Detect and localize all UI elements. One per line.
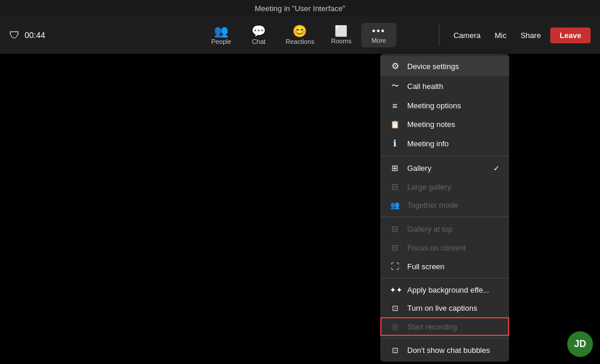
people-button[interactable]: 👥 People [204,22,239,49]
menu-item-gallery-at-top: ⊟ Gallery at top [380,219,509,238]
background-effects-label: Apply background effe... [407,286,500,294]
meeting-main-area [0,54,600,364]
toolbar: 🛡 00:44 👥 People 💬 Chat 😊 Reactions ⬜ Ro… [0,16,600,54]
leave-label: Leave [560,31,581,40]
meeting-info-label: Meeting info [407,139,500,148]
title-bar: Meeting in "User Interface" [0,0,600,16]
call-health-icon: 〜 [390,81,400,91]
chat-label: Chat [252,38,265,45]
more-label: More [371,37,386,44]
meeting-options-icon: ≡ [390,101,400,111]
start-recording-icon: ◎ [390,322,400,331]
menu-item-focus-on-content: ⊟ Focus on content [380,238,509,257]
toolbar-right: Camera Mic Share Leave [434,25,600,46]
menu-item-meeting-options[interactable]: ≡ Meeting options [380,96,509,115]
leave-button[interactable]: Leave [550,28,591,43]
menu-item-meeting-info[interactable]: ℹ Meeting info [380,133,509,153]
toolbar-center: 👥 People 💬 Chat 😊 Reactions ⬜ Rooms ••• … [204,22,397,49]
toolbar-divider [439,25,439,46]
live-captions-label: Turn on live captions [407,304,500,313]
device-settings-label: Device settings [407,62,500,71]
separator-4 [380,338,509,339]
menu-item-background-effects[interactable]: ✦✦ Apply background effe... [380,281,509,299]
gallery-icon: ⊞ [390,163,400,173]
call-health-label: Call health [407,82,500,91]
chat-icon: 💬 [251,25,266,37]
more-icon: ••• [372,26,386,36]
live-captions-icon: ⊡ [390,304,400,313]
separator-3 [380,278,509,279]
meeting-notes-icon: 📋 [390,120,400,129]
chat-bubbles-icon: ⊡ [390,346,400,355]
menu-item-device-settings[interactable]: ⚙ Device settings [380,56,509,76]
menu-item-live-captions[interactable]: ⊡ Turn on live captions [380,299,509,317]
shield-icon: 🛡 [9,29,20,42]
focus-on-content-label: Focus on content [407,243,500,252]
menu-item-full-screen[interactable]: ⛶ Full screen [380,257,509,276]
rooms-label: Rooms [331,37,352,44]
gallery-at-top-icon: ⊟ [390,224,400,233]
menu-item-gallery[interactable]: ⊞ Gallery ✓ [380,159,509,177]
together-mode-icon: 👥 [390,201,400,210]
menu-item-meeting-notes[interactable]: 📋 Meeting notes [380,115,509,133]
large-gallery-label: Large gallery [407,183,500,191]
share-button[interactable]: Share [516,29,546,42]
rooms-button[interactable]: ⬜ Rooms [323,22,359,48]
menu-item-together-mode: 👥 Together mode [380,196,509,214]
gallery-at-top-label: Gallery at top [407,225,500,233]
user-avatar: JD [567,331,593,357]
reactions-icon: 😊 [292,25,307,37]
more-button[interactable]: ••• More [361,23,396,47]
background-effects-icon: ✦✦ [390,286,400,294]
meeting-info-icon: ℹ [390,138,400,149]
menu-item-call-health[interactable]: 〜 Call health [380,76,509,96]
reactions-button[interactable]: 😊 Reactions [279,22,322,49]
avatar-initials: JD [574,339,586,349]
meeting-timer: 00:44 [25,30,45,40]
separator-1 [380,156,509,156]
together-mode-label: Together mode [407,201,500,210]
reactions-label: Reactions [286,38,315,45]
title-text: Meeting in "User Interface" [255,4,345,13]
camera-button[interactable]: Camera [449,29,485,42]
separator-2 [380,217,509,217]
meeting-notes-label: Meeting notes [407,120,500,129]
meeting-options-label: Meeting options [407,101,500,110]
people-icon: 👥 [214,25,229,37]
full-screen-icon: ⛶ [390,262,400,271]
menu-item-large-gallery: ⊟ Large gallery [380,177,509,196]
menu-item-chat-bubbles[interactable]: ⊡ Don't show chat bubbles [380,341,509,359]
mic-button[interactable]: Mic [490,29,511,42]
more-dropdown-menu: ⚙ Device settings 〜 Call health ≡ Meetin… [380,54,509,362]
chat-bubbles-label: Don't show chat bubbles [407,346,500,355]
rooms-icon: ⬜ [335,26,347,36]
menu-item-start-recording[interactable]: ◎ Start recording [380,317,509,336]
device-settings-icon: ⚙ [390,61,400,71]
focus-on-content-icon: ⊟ [390,243,400,252]
gallery-label: Gallery [407,164,486,173]
full-screen-label: Full screen [407,262,500,271]
start-recording-label: Start recording [407,322,500,331]
dropdown-scroll[interactable]: ⚙ Device settings 〜 Call health ≡ Meetin… [380,56,509,359]
people-label: People [211,38,231,45]
large-gallery-icon: ⊟ [390,182,400,191]
gallery-checkmark: ✓ [493,164,500,173]
chat-button[interactable]: 💬 Chat [241,22,277,49]
